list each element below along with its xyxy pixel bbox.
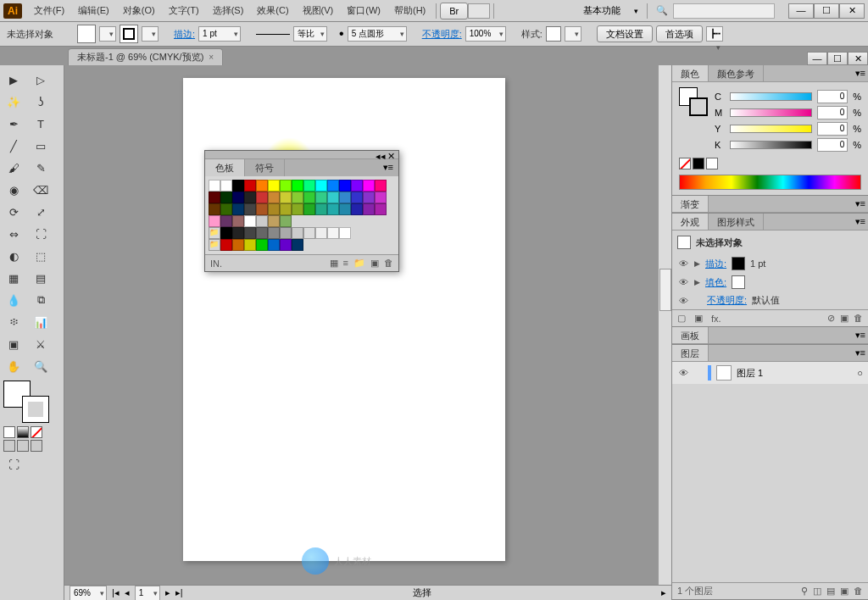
tab-layers[interactable]: 图层 — [672, 345, 709, 361]
swatch[interactable] — [303, 227, 315, 239]
menu-edit[interactable]: 编辑(E) — [71, 4, 116, 17]
preferences-button[interactable]: 首选项 — [656, 25, 703, 42]
fill-dropdown[interactable] — [99, 26, 116, 42]
doc-maximize-button[interactable]: ☐ — [827, 52, 848, 65]
screen-mode-button[interactable]: ⛶ — [1, 454, 26, 475]
make-clip-icon[interactable]: ◫ — [813, 586, 821, 597]
type-tool[interactable]: T — [28, 114, 53, 134]
swatch[interactable] — [339, 192, 351, 203]
eraser-tool[interactable]: ⌫ — [28, 180, 53, 200]
cmyk-slider[interactable] — [730, 141, 812, 149]
tab-graphic-styles[interactable]: 图形样式 — [709, 214, 764, 230]
swatch[interactable] — [268, 203, 280, 215]
swatch[interactable] — [327, 192, 339, 203]
swatch[interactable] — [315, 180, 327, 192]
swatch[interactable] — [375, 192, 387, 203]
pen-tool[interactable]: ✒ — [1, 114, 26, 134]
swatch-libraries-icon[interactable]: IN. — [210, 258, 222, 269]
visibility-icon[interactable]: 👁 — [677, 368, 689, 378]
window-minimize-button[interactable]: — — [788, 3, 814, 19]
add-stroke-icon[interactable]: ▣ — [694, 313, 703, 324]
prev-page-icon[interactable]: ◂ — [125, 587, 130, 598]
menu-object[interactable]: 对象(O) — [116, 4, 162, 17]
swatch[interactable] — [303, 180, 315, 192]
swatch[interactable] — [375, 203, 387, 215]
swatch[interactable] — [244, 227, 256, 239]
swatch[interactable] — [209, 192, 220, 203]
white-color-icon[interactable] — [706, 158, 718, 169]
color-mode-button[interactable] — [3, 426, 15, 438]
panel-menu-icon[interactable]: ▾≡ — [378, 159, 398, 176]
swatches-panel[interactable]: ◂◂ ✕ 色板 符号 ▾≡ 📁📁 IN. ▦ ≡ 📁 ▣ 🗑 — [204, 150, 399, 272]
cmyk-value-input[interactable]: 0 — [817, 106, 848, 119]
swatch[interactable] — [292, 239, 303, 251]
rectangle-tool[interactable]: ▭ — [28, 136, 53, 156]
swatch[interactable] — [244, 180, 256, 192]
swatch[interactable] — [232, 180, 244, 192]
new-art-icon[interactable]: ▢ — [677, 313, 686, 324]
swatch[interactable] — [351, 192, 363, 203]
locate-icon[interactable]: ⚲ — [801, 586, 808, 597]
swatch[interactable] — [256, 215, 268, 227]
swatch[interactable] — [244, 239, 256, 251]
swatch[interactable] — [232, 239, 244, 251]
swatch-group-icon[interactable]: 📁 — [209, 227, 220, 239]
stroke-swatch[interactable] — [120, 25, 138, 43]
panel-menu-icon[interactable]: ▾≡ — [853, 196, 868, 212]
style-swatch[interactable] — [546, 26, 561, 42]
swatch[interactable] — [220, 239, 232, 251]
search-input[interactable] — [673, 3, 775, 19]
swatch[interactable] — [209, 180, 220, 192]
doc-close-button[interactable]: ✕ — [848, 52, 868, 65]
width-tool[interactable]: ⇔ — [1, 224, 26, 244]
slice-tool[interactable]: ⚔ — [28, 334, 53, 354]
swatch[interactable] — [280, 239, 292, 251]
draw-normal-button[interactable] — [3, 440, 15, 452]
fill-link[interactable]: 填色: — [705, 276, 726, 289]
stroke-profile-dropdown[interactable]: 等比 — [293, 26, 327, 42]
menu-window[interactable]: 窗口(W) — [340, 4, 387, 17]
panel-menu-icon[interactable]: ▾≡ — [853, 345, 868, 361]
swatch[interactable] — [268, 192, 280, 203]
paintbrush-tool[interactable]: 🖌 — [1, 158, 26, 178]
magic-wand-tool[interactable]: ✨ — [1, 92, 26, 112]
cmyk-value-input[interactable]: 0 — [817, 90, 848, 103]
panel-menu-icon[interactable]: ▾≡ — [853, 65, 868, 81]
swatch[interactable] — [292, 227, 303, 239]
rotate-tool[interactable]: ⟳ — [1, 202, 26, 222]
eyedropper-tool[interactable]: 💧 — [1, 290, 26, 310]
swatch[interactable] — [339, 180, 351, 192]
add-effect-icon[interactable]: fx. — [711, 314, 721, 324]
expand-icon[interactable]: ▶ — [694, 259, 700, 268]
swatch[interactable] — [220, 227, 232, 239]
vertical-scrollbar[interactable] — [658, 65, 671, 585]
tab-appearance[interactable]: 外观 — [672, 214, 709, 230]
swatch[interactable] — [256, 227, 268, 239]
blob-brush-tool[interactable]: ◉ — [1, 180, 26, 200]
cmyk-slider[interactable] — [730, 125, 812, 133]
swatch[interactable] — [303, 192, 315, 203]
artboard-tool[interactable]: ▣ — [1, 334, 26, 354]
swatch[interactable] — [339, 203, 351, 215]
swatch[interactable] — [268, 227, 280, 239]
opacity-label-link[interactable]: 不透明度: — [422, 28, 462, 41]
mesh-tool[interactable]: ▦ — [1, 268, 26, 288]
layer-name[interactable]: 图层 1 — [737, 367, 763, 380]
swatch[interactable] — [351, 180, 363, 192]
swatch[interactable] — [303, 203, 315, 215]
panel-collapse-icon[interactable]: ◂◂ — [376, 151, 386, 158]
trash-icon[interactable]: 🗑 — [854, 313, 863, 324]
swatch[interactable] — [327, 203, 339, 215]
swatch[interactable] — [209, 215, 220, 227]
perspective-tool[interactable]: ⬚ — [28, 246, 53, 266]
menu-view[interactable]: 视图(V) — [296, 4, 341, 17]
draw-behind-button[interactable] — [17, 440, 29, 452]
status-menu-icon[interactable]: ▸ — [661, 587, 666, 598]
swatch-group-icon[interactable]: 📁 — [209, 239, 220, 251]
swatch[interactable] — [232, 203, 244, 215]
new-sublayer-icon[interactable]: ▤ — [826, 586, 835, 597]
swatch[interactable] — [209, 203, 220, 215]
swatch[interactable] — [315, 227, 327, 239]
shape-builder-tool[interactable]: ◐ — [1, 246, 26, 266]
pencil-tool[interactable]: ✎ — [28, 158, 53, 178]
